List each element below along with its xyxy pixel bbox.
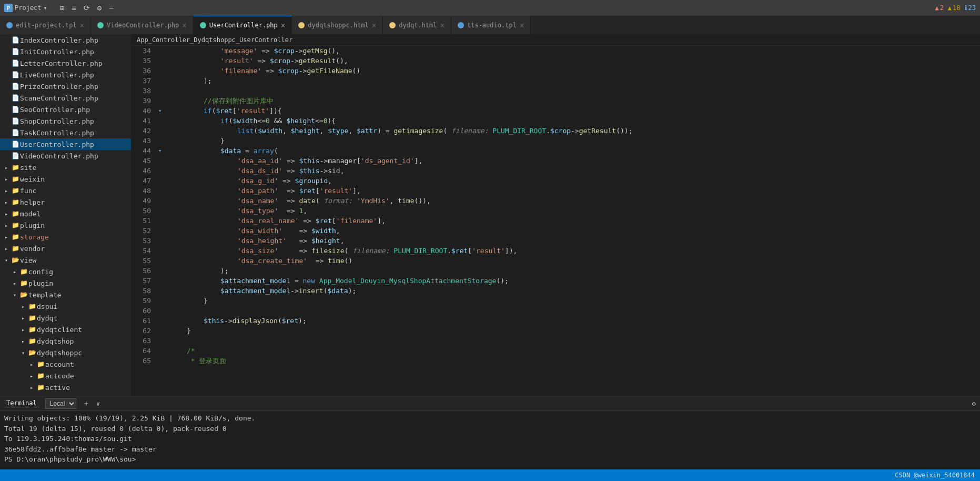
sidebar-folder-dydqtshop[interactable]: ▸📁dydqtshop [0, 335, 131, 347]
tab-close-dydqt-html[interactable]: × [440, 22, 444, 29]
tree-arrow: ▸ [2, 223, 11, 228]
sidebar-file-PrizeController.php[interactable]: 📄PrizeController.php [0, 81, 131, 92]
terminal-settings-icon[interactable]: ⚙ [972, 400, 976, 407]
project-dropdown-icon[interactable]: ▾ [44, 4, 47, 12]
tree-item-label: helper [20, 198, 45, 206]
code-area[interactable]: 'message' => $crop->getMsg(),'result' =>… [165, 46, 980, 396]
sidebar: 📄IndexController.php📄InitController.php📄… [0, 34, 132, 396]
sidebar-file-SeoController.php[interactable]: 📄SeoController.php [0, 104, 131, 115]
gutter-cell[interactable] [155, 266, 165, 276]
tab-icon-dydqt-html [389, 22, 396, 28]
gutter-cell[interactable] [155, 296, 165, 306]
tab-video-controller[interactable]: VideoController.php× [91, 16, 194, 34]
terminal-content[interactable]: Writing objects: 100% (19/19), 2.25 KiB … [0, 411, 980, 469]
sidebar-file-LiveController.php[interactable]: 📄LiveController.php [0, 69, 131, 81]
gutter-cell[interactable] [155, 76, 165, 86]
gutter-cell [155, 236, 165, 246]
gutter-cell[interactable] [155, 136, 165, 146]
tree-item-label: model [20, 210, 41, 218]
error-count[interactable]: ▲ 2 [935, 4, 943, 12]
code-line: 'dsa_width' => $width, [170, 226, 980, 236]
sidebar-folder-dydqtshoppc[interactable]: ▾📂dydqtshoppc [0, 347, 131, 358]
minimize-btn[interactable]: − [107, 3, 115, 13]
terminal-add-btn[interactable]: ＋ [83, 399, 90, 408]
sidebar-folder-helper[interactable]: ▸📁helper [0, 196, 131, 208]
code-indent [170, 296, 204, 306]
settings-btn[interactable]: ⚙ [95, 3, 104, 13]
refresh-btn[interactable]: ⟳ [82, 3, 92, 13]
sidebar-folder-dydqtclient[interactable]: ▸📁dydqtclient [0, 324, 131, 335]
gutter-cell [155, 86, 165, 96]
sidebar-folder-account[interactable]: ▸📁account [0, 358, 131, 370]
sidebar-folder-dspui[interactable]: ▸📁dspui [0, 300, 131, 312]
folder-icon: 📁 [11, 210, 20, 217]
terminal-line: Writing objects: 100% (19/19), 2.25 KiB … [4, 413, 976, 424]
tree-item-label: dydqt [37, 314, 57, 322]
warning-count[interactable]: ▲ 18 [948, 4, 961, 12]
code-content: $data = array( [220, 146, 278, 156]
line-number: 47 [132, 176, 151, 186]
tab-close-edit-project[interactable]: × [80, 22, 84, 29]
gutter-cell[interactable]: ▾ [155, 106, 165, 116]
code-content: 'filename' => $crop->getFileName() [220, 66, 360, 76]
folder-icon: 📁 [11, 233, 20, 241]
sidebar-file-ShopController.php[interactable]: 📄ShopController.php [0, 115, 131, 127]
folder-icon: 📁 [11, 198, 20, 206]
sidebar-file-InitController.php[interactable]: 📄InitController.php [0, 46, 131, 57]
sidebar-file-TaskController.php[interactable]: 📄TaskController.php [0, 127, 131, 138]
terminal-tab[interactable]: Terminal [4, 399, 39, 407]
editor-content[interactable]: 3435363738394041424344454647484950515253… [132, 46, 980, 396]
terminal-line: 36e58fdd2..aff5baf8e master -> master [4, 444, 976, 455]
project-text[interactable]: Project [15, 4, 42, 12]
sidebar-folder-view[interactable]: ▾📂view [0, 254, 131, 266]
code-line: list($width, $height, $type, $attr) = ge… [170, 126, 980, 136]
sidebar-folder-vendor[interactable]: ▸📁vendor [0, 243, 131, 254]
tab-close-user-controller[interactable]: × [281, 22, 285, 29]
tree-item-label: dspui [37, 303, 57, 310]
info-count[interactable]: ℹ 23 [965, 4, 976, 12]
sidebar-file-VideoController.php[interactable]: 📄VideoController.php [0, 150, 131, 162]
folder-icon: 📁 [36, 360, 45, 368]
gutter-cell [155, 196, 165, 206]
file-icon: 📄 [11, 117, 20, 125]
sidebar-file-IndexController.php[interactable]: 📄IndexController.php [0, 34, 131, 46]
tab-close-tts-audio[interactable]: × [520, 22, 524, 29]
tab-close-video-controller[interactable]: × [182, 22, 186, 29]
tab-tts-audio[interactable]: tts-audio.tpl× [451, 16, 531, 34]
terminal-chevron-btn[interactable]: ∨ [96, 400, 100, 407]
tab-dydqtshoppc-html[interactable]: dydqtshoppc.html× [292, 16, 383, 34]
tree-item-label: UserController.php [20, 141, 94, 148]
sidebar-folder-model[interactable]: ▸📁model [0, 208, 131, 219]
sidebar-folder-config[interactable]: ▸📁config [0, 266, 131, 277]
tab-edit-project[interactable]: edit-project.tpl× [0, 16, 91, 34]
sidebar-file-UserController.php[interactable]: 📄UserController.php [0, 138, 131, 150]
tree-item-label: SeoController.php [20, 106, 90, 114]
code-indent [170, 146, 220, 156]
sidebar-folder-site[interactable]: ▸📁site [0, 162, 131, 173]
tab-dydqt-html[interactable]: dydqt.html× [383, 16, 451, 34]
folder-icon: 📁 [11, 245, 20, 252]
tab-user-controller[interactable]: UserController.php× [194, 16, 292, 34]
sidebar-folder-plugin[interactable]: ▸📁plugin [0, 277, 131, 289]
sidebar-folder-storage[interactable]: ▸📁storage [0, 231, 131, 243]
tab-close-dydqtshoppc-html[interactable]: × [372, 22, 376, 29]
gutter-cell [155, 276, 165, 286]
sidebar-folder-template[interactable]: ▾📂template [0, 289, 131, 300]
menu-btn[interactable]: ≡ [69, 3, 78, 13]
sidebar-folder-actcode[interactable]: ▸📁actcode [0, 370, 131, 382]
terminal-local-select[interactable]: Local [45, 398, 76, 409]
sidebar-folder-plugin[interactable]: ▸📁plugin [0, 219, 131, 231]
sidebar-folder-dydqt[interactable]: ▸📁dydqt [0, 312, 131, 324]
sidebar-folder-active[interactable]: ▸📁active [0, 382, 131, 393]
folder-icon: 📂 [19, 291, 28, 298]
tree-item-label: LetterController.php [20, 59, 103, 67]
sidebar-folder-weixin[interactable]: ▸📁weixin [0, 173, 131, 185]
sidebar-file-LetterController.php[interactable]: 📄LetterController.php [0, 57, 131, 69]
tab-label-video-controller: VideoController.php [107, 22, 179, 29]
code-line: ); [170, 266, 980, 276]
sidebar-folder-func[interactable]: ▸📁func [0, 185, 131, 196]
layout-btn[interactable]: ⊞ [58, 3, 66, 13]
tree-item-label: view [20, 256, 36, 264]
line-numbers: 3435363738394041424344454647484950515253… [132, 46, 155, 396]
sidebar-file-ScaneController.php[interactable]: 📄ScaneController.php [0, 92, 131, 104]
